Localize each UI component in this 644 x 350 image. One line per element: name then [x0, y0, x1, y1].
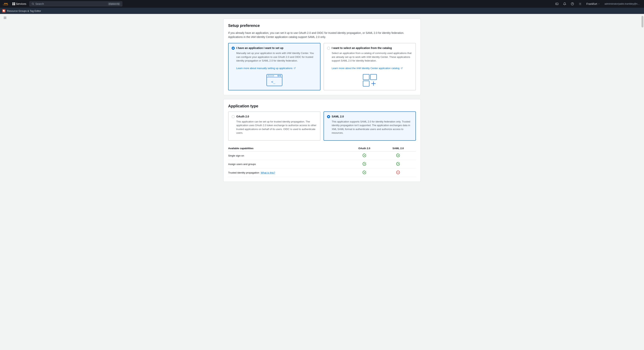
minus-circle-icon — [396, 170, 400, 174]
option2-title: I want to select an application from the… — [332, 46, 392, 50]
table-row: Single sign-on — [228, 151, 416, 160]
scroll-handle[interactable] — [642, 16, 644, 28]
setup-preference-title: Setup preference — [228, 24, 416, 28]
settings-button[interactable] — [577, 1, 583, 7]
help-icon — [571, 2, 574, 6]
saml-column-header: SAML 2.0 — [383, 145, 416, 152]
oauth-check-tip — [348, 168, 383, 177]
setup-preference-description: If you already have an application, you … — [228, 31, 416, 39]
search-input[interactable] — [36, 2, 107, 6]
help-button[interactable] — [569, 1, 576, 7]
svg-point-2 — [571, 2, 574, 5]
svg-rect-12 — [268, 75, 274, 76]
option2-description: Select an application from a catalog of … — [327, 51, 412, 70]
option2-illustration — [327, 73, 412, 87]
chevron-down-icon — [598, 3, 600, 5]
cloud-shell-icon — [555, 2, 558, 6]
option1-header: I have an application I want to set up — [232, 46, 317, 50]
setup-options-grid: I have an application I want to set up M… — [228, 43, 416, 90]
external-link-icon — [294, 67, 296, 69]
oauth-check-assign — [348, 160, 383, 168]
feature-label-with-link: Trusted identity propagation What is thi… — [228, 168, 348, 177]
scrollbar[interactable] — [641, 14, 644, 190]
service-icon — [2, 9, 6, 12]
search-shortcut: [Option+S] — [108, 2, 120, 5]
option-manual-setup[interactable]: I have an application I want to set up M… — [228, 43, 320, 90]
option1-link[interactable]: Learn more about manually setting up app… — [236, 67, 296, 70]
bell-icon — [563, 2, 566, 6]
app-type-options: OAuth 2.0 This application can be set up… — [228, 112, 416, 141]
oauth-column-header: OAuth 2.0 — [348, 145, 383, 152]
option1-description: Manually set up your application to work… — [232, 51, 317, 70]
oauth-radio[interactable] — [232, 115, 235, 118]
sub-nav-title: Resource Groups & Tag Editor — [7, 10, 41, 12]
capabilities-table: Available capabilities OAuth 2.0 SAML 2.… — [228, 145, 416, 177]
option2-radio[interactable] — [327, 47, 330, 50]
saml-radio[interactable] — [327, 115, 330, 118]
main-content: Setup preference If you already have an … — [216, 14, 428, 190]
table-row: Assign users and groups — [228, 160, 416, 168]
table-row: Trusted identity propagation What is thi… — [228, 168, 416, 177]
oauth-check-sso — [348, 151, 383, 160]
saml-description: This application supports SAML 2.0 for i… — [327, 120, 412, 135]
search-bar[interactable]: [Option+S] — [30, 1, 122, 6]
sidebar-toggle-button[interactable] — [2, 15, 8, 20]
feature-label: Single sign-on — [228, 151, 348, 160]
option2-header: I want to select an application from the… — [327, 46, 412, 50]
oauth-description: This application can be set up for trust… — [232, 120, 317, 135]
saml-check-assign — [383, 160, 416, 168]
search-icon — [32, 2, 34, 5]
option1-illustration: <_ — [232, 73, 317, 87]
svg-line-16 — [402, 67, 402, 68]
check-circle-icon — [362, 154, 366, 157]
option-catalog[interactable]: I want to select an application from the… — [324, 43, 416, 90]
option1-radio[interactable] — [232, 47, 235, 50]
svg-point-0 — [32, 3, 34, 4]
menu-icon — [3, 16, 7, 20]
svg-point-14 — [278, 75, 279, 76]
check-circle-icon-3 — [362, 162, 366, 166]
svg-point-4 — [580, 4, 580, 4]
application-type-card: Application type OAuth 2.0 This applicat… — [223, 99, 421, 182]
svg-rect-17 — [363, 74, 369, 80]
settings-icon — [578, 2, 582, 6]
oauth-option[interactable]: OAuth 2.0 This application can be set up… — [228, 112, 320, 141]
oauth-title: OAuth 2.0 — [236, 115, 249, 118]
what-is-this-link[interactable]: What is this? — [261, 171, 275, 174]
setup-preference-card: Setup preference If you already have an … — [223, 18, 421, 95]
aws-logo[interactable] — [2, 2, 8, 6]
oauth-header: OAuth 2.0 — [232, 115, 317, 118]
feature-label: Assign users and groups — [228, 160, 348, 168]
top-navigation: Services [Option+S] Frankfurt — [0, 0, 644, 8]
saml-minus-tip — [383, 168, 416, 177]
apps-illustration — [362, 73, 378, 87]
capabilities-header: Available capabilities — [228, 145, 348, 152]
svg-text:<_: <_ — [271, 80, 275, 84]
services-menu-button[interactable]: Services — [11, 2, 28, 6]
sub-navigation: Resource Groups & Tag Editor — [0, 8, 644, 14]
check-circle-icon-2 — [396, 154, 400, 157]
saml-title: SAML 2.0 — [332, 115, 344, 118]
saml-header: SAML 2.0 — [327, 115, 412, 118]
option2-link[interactable]: Learn more about the IAM Identity Center… — [332, 67, 403, 70]
account-menu[interactable]: administrator/pablo.trambley@northpar.aw… — [603, 2, 642, 6]
check-circle-icon-5 — [362, 170, 366, 174]
grid-icon — [12, 2, 15, 5]
saml-check-sso — [383, 151, 416, 160]
svg-rect-1 — [556, 3, 558, 5]
check-circle-icon-4 — [396, 162, 400, 166]
svg-point-13 — [280, 75, 281, 76]
region-selector[interactable]: Frankfurt — [585, 2, 602, 6]
notifications-button[interactable] — [562, 1, 568, 7]
cloud-shell-button[interactable] — [554, 1, 560, 7]
account-label: administrator/pablo.trambley@northpar.aw… — [604, 2, 642, 5]
services-label: Services — [16, 2, 26, 6]
svg-line-9 — [294, 67, 296, 68]
svg-rect-18 — [370, 74, 376, 80]
svg-rect-19 — [363, 81, 369, 86]
browser-illustration: <_ — [266, 73, 283, 87]
external-link-icon-2 — [401, 67, 403, 69]
application-type-title: Application type — [228, 104, 416, 108]
saml-option[interactable]: SAML 2.0 This application supports SAML … — [324, 112, 416, 141]
tag-icon — [3, 10, 5, 12]
